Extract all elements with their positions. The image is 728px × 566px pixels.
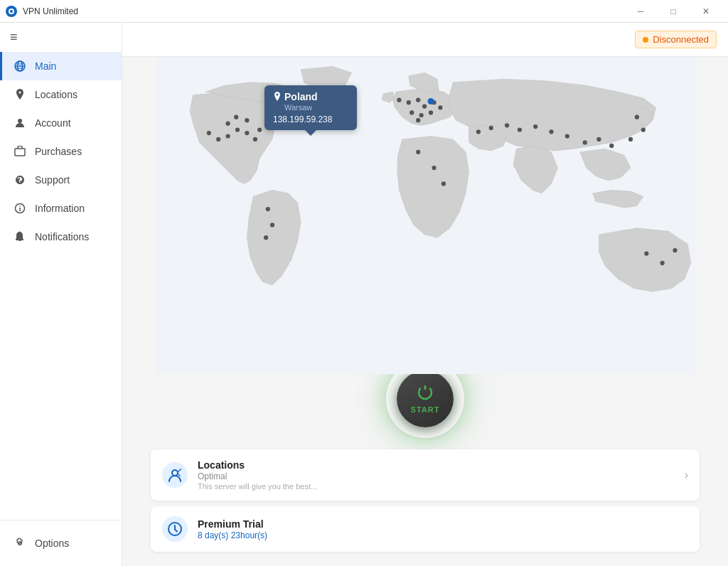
sidebar-item-options[interactable]: Options xyxy=(0,529,122,557)
svg-point-11 xyxy=(19,205,21,207)
sidebar-item-information-label: Information xyxy=(35,203,85,214)
svg-point-43 xyxy=(565,134,569,138)
sidebar-item-locations[interactable]: Locations xyxy=(0,80,122,109)
gear-icon xyxy=(14,537,26,550)
app-icon xyxy=(6,6,17,17)
sidebar-item-account-label: Account xyxy=(35,117,71,129)
svg-point-1 xyxy=(10,10,13,13)
svg-point-56 xyxy=(172,470,178,476)
svg-point-47 xyxy=(628,137,633,142)
svg-rect-8 xyxy=(15,149,25,156)
locations-card-description: This server will give you the best... xyxy=(198,482,675,491)
bottom-panel: START Loc xyxy=(122,374,728,566)
start-button[interactable]: START xyxy=(397,370,454,427)
content-area: Disconnected xyxy=(122,23,728,566)
status-dot xyxy=(643,37,648,43)
world-map-svg xyxy=(122,57,728,374)
map-container: Poland Warsaw 138.199.59.238 xyxy=(122,57,728,374)
svg-point-28 xyxy=(416,98,420,102)
svg-point-42 xyxy=(549,129,553,134)
content-header: Disconnected xyxy=(122,23,728,57)
svg-point-31 xyxy=(438,105,442,110)
svg-point-44 xyxy=(583,140,587,144)
app-body: ≡ Main xyxy=(0,23,728,566)
sidebar-item-purchases[interactable]: Purchases xyxy=(0,137,122,166)
locations-card-title: Locations xyxy=(198,459,675,471)
information-icon xyxy=(14,202,26,215)
sidebar-item-locations-label: Locations xyxy=(35,89,77,100)
svg-point-50 xyxy=(416,150,420,154)
svg-point-54 xyxy=(660,261,664,265)
svg-point-33 xyxy=(419,113,424,117)
svg-point-23 xyxy=(266,207,270,211)
tooltip-arrow xyxy=(305,130,316,136)
locations-card-icon xyxy=(162,462,188,488)
svg-point-26 xyxy=(397,98,401,102)
locations-card-content: Locations Optimal This server will give … xyxy=(198,459,675,491)
tooltip-ip: 138.199.59.238 xyxy=(273,114,348,124)
premium-trial-icon xyxy=(162,516,188,542)
info-cards: Locations Optimal This server will give … xyxy=(151,449,700,552)
svg-point-34 xyxy=(410,110,414,114)
purchases-icon xyxy=(14,145,26,158)
svg-point-48 xyxy=(641,127,646,132)
svg-point-21 xyxy=(234,115,238,119)
location-tooltip: Poland Warsaw 138.199.59.238 xyxy=(264,85,357,130)
premium-trial-time: 8 day(s) 23hour(s) xyxy=(198,530,688,540)
sidebar-item-support-label: Support xyxy=(35,174,70,186)
maximize-button[interactable]: □ xyxy=(657,0,690,23)
svg-point-16 xyxy=(235,127,240,132)
bell-icon xyxy=(14,230,26,243)
svg-rect-10 xyxy=(19,208,21,211)
hamburger-menu[interactable]: ≡ xyxy=(0,23,122,52)
sidebar-item-notifications-label: Notifications xyxy=(35,231,89,242)
svg-point-41 xyxy=(533,124,537,129)
globe-icon xyxy=(14,60,26,73)
svg-point-17 xyxy=(245,131,249,135)
svg-point-37 xyxy=(476,129,481,134)
svg-point-18 xyxy=(253,137,257,142)
svg-point-13 xyxy=(207,131,211,135)
app-title: VPN Unlimited xyxy=(23,6,78,16)
svg-point-38 xyxy=(489,126,493,130)
sidebar-item-notifications[interactable]: Notifications xyxy=(0,223,122,251)
premium-trial-content: Premium Trial 8 day(s) 23hour(s) xyxy=(198,518,688,540)
sidebar: ≡ Main xyxy=(0,23,122,566)
sidebar-item-account[interactable]: Account xyxy=(0,109,122,137)
status-label: Disconnected xyxy=(653,34,709,45)
locations-card-subtitle: Optimal xyxy=(198,471,675,481)
svg-point-20 xyxy=(245,118,249,122)
svg-point-40 xyxy=(518,127,522,132)
sidebar-item-information[interactable]: Information xyxy=(0,194,122,223)
svg-point-32 xyxy=(429,110,433,114)
svg-point-7 xyxy=(18,119,22,123)
sidebar-item-main-label: Main xyxy=(35,60,56,72)
svg-point-49 xyxy=(635,115,639,119)
support-icon xyxy=(14,173,26,186)
svg-point-29 xyxy=(422,104,427,108)
sidebar-nav: Main Locations Account xyxy=(0,52,122,520)
minimize-button[interactable]: ─ xyxy=(624,0,657,23)
svg-point-35 xyxy=(416,118,420,122)
svg-point-15 xyxy=(225,134,230,138)
tooltip-country: Poland xyxy=(273,91,348,102)
close-button[interactable]: ✕ xyxy=(690,0,722,23)
connection-status-badge: Disconnected xyxy=(635,31,717,48)
titlebar: VPN Unlimited ─ □ ✕ xyxy=(0,0,728,23)
sidebar-item-support[interactable]: Support xyxy=(0,166,122,194)
window-controls: ─ □ ✕ xyxy=(624,0,722,23)
titlebar-left: VPN Unlimited xyxy=(6,6,78,17)
sidebar-item-main[interactable]: Main xyxy=(0,52,122,80)
svg-point-27 xyxy=(407,100,411,105)
svg-point-22 xyxy=(225,122,230,126)
svg-point-51 xyxy=(432,166,436,170)
locations-card[interactable]: Locations Optimal This server will give … xyxy=(151,449,700,501)
power-icon xyxy=(417,384,434,404)
svg-point-36 xyxy=(428,98,434,105)
svg-point-52 xyxy=(441,181,446,186)
svg-point-53 xyxy=(644,251,648,255)
sidebar-item-options-label: Options xyxy=(35,538,69,549)
premium-trial-card[interactable]: Premium Trial 8 day(s) 23hour(s) xyxy=(151,506,700,552)
svg-point-24 xyxy=(270,223,274,227)
sidebar-bottom: Options xyxy=(0,520,122,566)
